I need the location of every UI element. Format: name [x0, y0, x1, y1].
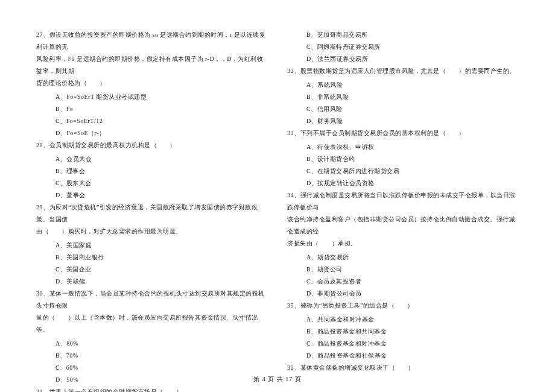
option-d: D、商品投资基金和社保基金	[287, 350, 519, 362]
option-a: A、系统风险	[287, 79, 519, 91]
question-text: 33、下列不属于会员制期货交易所会员的基本权利的是（ ）	[287, 127, 519, 139]
question-text: 28、会员制期货交易所的最高权力机构是（ ）	[36, 139, 268, 151]
option-d: D、财务风险	[287, 115, 519, 127]
question-30: 30、某体一般情况下，当会员某种持仓合约的投机头寸达到交易所对其规定的投机头寸持…	[36, 288, 268, 336]
question-text: 货的理论价格为（ ）	[36, 77, 268, 89]
option-b: B、期货公司	[287, 264, 519, 276]
question-31: 31、世界上第一个有组织的金融期货市场是（ ）	[36, 386, 268, 392]
option-b: B、70%	[36, 350, 268, 362]
question-35: 35、被称为“另类投资工具”的组合是（ ）	[287, 300, 519, 312]
option-a: A、80%	[36, 338, 268, 350]
option-a: A、Fo=SoErT 期货从业考试题型	[36, 91, 268, 103]
option-a: A、期货交易所	[287, 251, 519, 264]
question-text: 风险利率，F0 是远期合约的即期价格，假定持有成本因子为 r-D，，D，为红利收…	[36, 53, 268, 77]
option-c: C、会员及其投资者	[287, 276, 519, 288]
question-text: 29、为应对“次贷危机”引发的经济衰退，美国政府采取了增发国债的赤字财政政策。当…	[36, 201, 268, 226]
question-33: 33、下列不属于会员制期货交易所会员的基本权利的是（ ）	[287, 127, 519, 139]
option-a: A、行使表决权、申诉权	[287, 141, 519, 153]
question-29: 29、为应对“次贷危机”引发的经济衰退，美国政府采取了增发国债的赤字财政政策。当…	[36, 201, 268, 238]
option-d: D、非期货公司会员	[287, 288, 519, 300]
option-a: A、会员大会	[36, 153, 268, 165]
option-c: C、在期货交易所内进行期货交易	[287, 165, 519, 177]
question-text: 济损失由（ ）承担。	[287, 238, 519, 250]
question-34: 34、强行减仓制度是交易所将当日以涨跌停板价申报的未成交平仓报单，以当日涨跌停板…	[287, 189, 519, 250]
option-d: D、Fo=SoE（r-）	[36, 127, 268, 139]
option-b: B、商品投资基金和共同基金	[287, 326, 519, 338]
option-c: C、60%	[36, 362, 268, 374]
question-text: 该合约净持仓盈利客户（包括非期货公司会员）按持仓比例自动撮合成交。强行减仓造成的…	[287, 213, 519, 238]
option-c: C、信用风险	[287, 103, 519, 115]
option-a: A、美国家庭	[36, 239, 268, 251]
option-a: A、共同基金和对冲基金	[287, 314, 519, 326]
option-d: D、法兰西证券交易所	[287, 53, 519, 65]
page-footer: 第 4 页 共 17 页	[0, 375, 555, 384]
option-b: B、芝加哥商品交易所	[287, 29, 519, 41]
question-36: 36、某体黄金储备的增减变化取决于（ ）	[287, 362, 519, 374]
option-d: D、董事会	[36, 189, 268, 201]
option-c: C、股东大会	[36, 177, 268, 189]
question-text: 由（ ）购买时，对扩大总需求的作用最为明显。	[36, 226, 268, 238]
question-text: 34、强行减仓制度是交易所将当日以涨跌停板价申报的未成交平仓报单，以当日涨跌停板…	[287, 189, 519, 213]
option-b: B、理事会	[36, 165, 268, 177]
question-text: 36、某体黄金储备的增减变化取决于（ ）	[287, 362, 519, 374]
question-text: 35、被称为“另类投资工具”的组合是（ ）	[287, 300, 519, 312]
option-d: D、按规定转让会员资格	[287, 177, 519, 189]
two-column-layout: 27、假设无收益的投资资产的即期价格为 so 是远期合约到期的时间，r 是以连续…	[36, 29, 519, 392]
option-d: D、美联储	[36, 276, 268, 288]
option-c: C、Fo=SoErT/12	[36, 115, 268, 127]
question-28: 28、会员制期货交易所的最高权力机构是（ ）	[36, 139, 268, 151]
question-text: 30、某体一般情况下，当会员某种持仓合约的投机头寸达到交易所对其规定的投机头寸持…	[36, 288, 268, 312]
question-text: 31、世界上第一个有组织的金融期货市场是（ ）	[36, 386, 268, 392]
right-column: B、芝加哥商品交易所 C、阿姆斯特丹证券交易所 D、法兰西证券交易所 32、股票…	[287, 29, 519, 392]
option-b: B、非系统风险	[287, 91, 519, 103]
option-c: C、美国企业	[36, 264, 268, 276]
option-b: B、Fo	[36, 103, 268, 115]
left-column: 27、假设无收益的投资资产的即期价格为 so 是远期合约到期的时间，r 是以连续…	[36, 29, 268, 392]
option-c: C、阿姆斯特丹证券交易所	[287, 41, 519, 53]
question-32: 32、股票指数期货是为适应人们管理股市风险，尤其是（ ）的需要而产生的。	[287, 65, 519, 77]
question-text: 27、假设无收益的投资资产的即期价格为 so 是远期合约到期的时间，r 是以连续…	[36, 29, 268, 53]
question-text: 32、股票指数期货是为适应人们管理股市风险，尤其是（ ）的需要而产生的。	[287, 65, 519, 77]
option-c: C、商品投资基金和对冲基金	[287, 338, 519, 350]
option-b: B、美国商业银行	[36, 251, 268, 264]
question-text: 量的（ ）以上（含本数）时，该会员应向交易所报告其资金情况、头寸情况等。	[36, 312, 268, 336]
question-27: 27、假设无收益的投资资产的即期价格为 so 是远期合约到期的时间，r 是以连续…	[36, 29, 268, 89]
option-b: B、设计期货合约	[287, 153, 519, 165]
